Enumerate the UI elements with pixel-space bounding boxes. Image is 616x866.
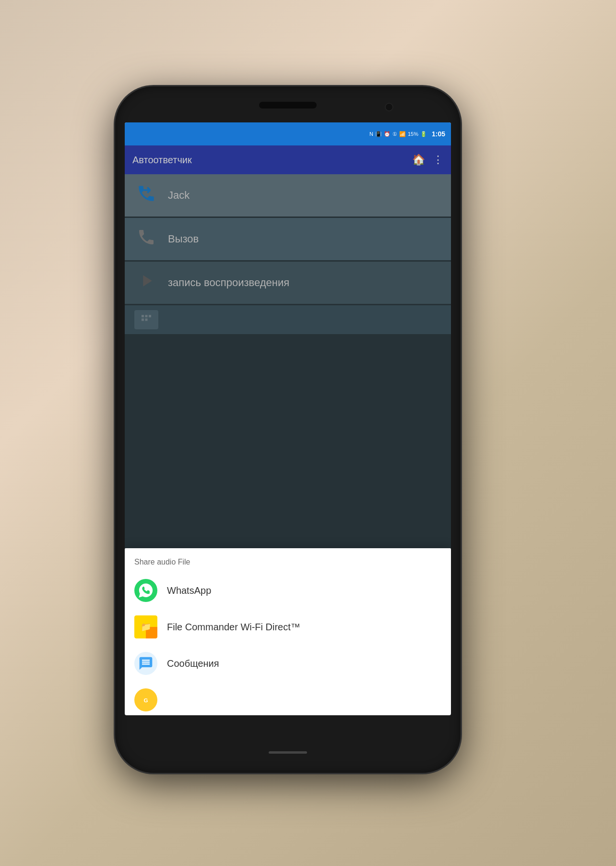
file-commander-icon: 📁 [134, 615, 157, 638]
share-item-file-commander[interactable]: 📁 File Commander Wi-Fi Direct™ [125, 609, 451, 645]
vibrate-icon: 📳 [375, 131, 382, 137]
home-icon[interactable]: 🏠 [412, 154, 425, 166]
messages-label: Сообщения [167, 658, 219, 669]
main-area: Jack Вызов [125, 174, 451, 715]
time-display: 1:05 [432, 130, 445, 138]
svg-rect-4 [145, 319, 148, 321]
battery-icon: 🔋 [420, 131, 427, 137]
share-item-whatsapp[interactable]: WhatsApp [125, 572, 451, 609]
phone-camera [385, 103, 393, 111]
screen-content: N 📳 ⏰ ① 📶 15% 🔋 1:05 Автоответчик 🏠 ⋮ [125, 122, 451, 715]
more-options-icon[interactable]: ⋮ [433, 154, 443, 166]
app-title: Автоответчик [132, 155, 412, 166]
signal-icon: 📶 [399, 131, 406, 137]
alarm-icon: ⏰ [384, 131, 391, 137]
phone-bottom-indicator [269, 751, 307, 754]
svg-text:G: G [143, 697, 148, 703]
nfc-icon: N [369, 131, 373, 137]
menu-item-playback[interactable]: запись воспроизведения [125, 262, 451, 304]
whatsapp-label: WhatsApp [167, 585, 211, 596]
status-bar: N 📳 ⏰ ① 📶 15% 🔋 1:05 [125, 122, 451, 145]
svg-rect-3 [142, 319, 144, 321]
share-item-google[interactable]: G [125, 682, 451, 715]
phone-speaker [259, 102, 317, 108]
app-toolbar: Автоответчик 🏠 ⋮ [125, 145, 451, 174]
menu-item-partial [125, 305, 451, 334]
play-icon [134, 271, 158, 295]
google-icon: G [134, 688, 157, 711]
notification-icon: ① [392, 131, 397, 137]
call-incoming-icon [134, 183, 158, 208]
menu-item-jack[interactable]: Jack [125, 174, 451, 216]
jack-label: Jack [168, 189, 190, 202]
status-icons: N 📳 ⏰ ① 📶 15% 🔋 1:05 [369, 130, 445, 138]
svg-rect-1 [145, 315, 148, 317]
svg-rect-2 [149, 315, 151, 317]
phone-screen: N 📳 ⏰ ① 📶 15% 🔋 1:05 Автоответчик 🏠 ⋮ [125, 122, 451, 715]
playback-label: запись воспроизведения [168, 277, 289, 289]
menu-item-call[interactable]: Вызов [125, 218, 451, 260]
share-sheet: Share audio File WhatsApp [125, 548, 451, 715]
messages-icon [134, 652, 157, 675]
phone-device: N 📳 ⏰ ① 📶 15% 🔋 1:05 Автоответчик 🏠 ⋮ [115, 86, 461, 773]
whatsapp-icon [134, 579, 157, 602]
battery-text: 15% [408, 131, 418, 137]
call-label: Вызов [168, 233, 199, 245]
toolbar-icons: 🏠 ⋮ [412, 154, 443, 166]
share-sheet-title: Share audio File [125, 548, 451, 572]
partial-icon [134, 310, 158, 329]
svg-rect-0 [142, 315, 144, 317]
file-commander-label: File Commander Wi-Fi Direct™ [167, 622, 300, 633]
call-icon [134, 228, 158, 251]
share-item-messages[interactable]: Сообщения [125, 645, 451, 682]
